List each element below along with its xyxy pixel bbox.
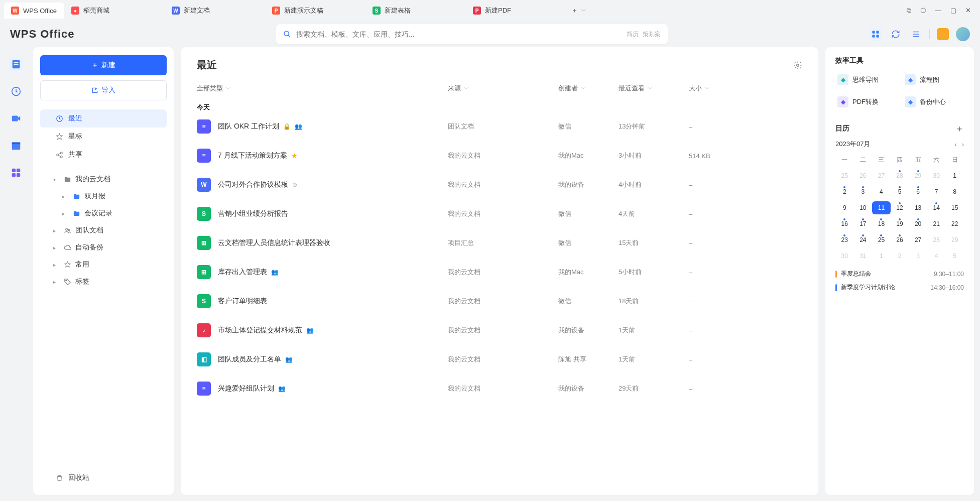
calendar-day[interactable]: 28	[927, 233, 946, 246]
calendar-next-icon[interactable]: ›	[962, 141, 964, 148]
tree-item[interactable]: ▸双月报	[40, 188, 167, 205]
calendar-day[interactable]: 2	[835, 185, 854, 198]
file-row[interactable]: S 营销小组业绩分析报告 我的云文档 微信 4天前 –	[197, 199, 802, 228]
nav-item[interactable]: 星标	[40, 128, 167, 146]
tab[interactable]: WWPS Office	[4, 3, 64, 19]
tree-item[interactable]: ▸团队文档	[40, 222, 167, 239]
calendar-day[interactable]: 27	[872, 169, 891, 182]
search-tag-2[interactable]: 策划案	[643, 30, 661, 39]
calendar-day[interactable]: 4	[927, 249, 946, 263]
rail-docs-icon[interactable]	[9, 57, 23, 71]
file-row[interactable]: ⊞ 库存出入管理表👥 我的云文档 我的Mac 5小时前 –	[197, 258, 802, 287]
calendar-day[interactable]: 10	[854, 201, 873, 214]
trash-item[interactable]: 回收站	[40, 469, 167, 487]
gear-icon[interactable]	[793, 61, 802, 70]
menu-icon[interactable]	[909, 28, 922, 41]
calendar-day[interactable]: 12	[891, 201, 909, 214]
calendar-day[interactable]: 29	[909, 169, 927, 182]
tool-item[interactable]: ◆备份中心	[903, 93, 964, 110]
tree-item[interactable]: ▸常用	[40, 256, 167, 273]
tab[interactable]: P新建PDF	[466, 3, 566, 19]
close-icon[interactable]: ✕	[965, 7, 971, 15]
col-size[interactable]: 大小﹀	[689, 84, 739, 93]
search-input[interactable]	[296, 30, 623, 38]
calendar-day[interactable]: 21	[927, 217, 946, 230]
import-button[interactable]: 导入	[40, 80, 167, 100]
calendar-day[interactable]: 4	[872, 185, 891, 198]
nav-item[interactable]: 共享	[40, 146, 167, 164]
calendar-day[interactable]: 8	[945, 185, 964, 198]
calendar-day[interactable]: 30	[927, 169, 946, 182]
calendar-day[interactable]: 3	[854, 185, 873, 198]
calendar-day[interactable]: 18	[872, 217, 891, 230]
calendar-day[interactable]: 28	[891, 169, 909, 182]
calendar-day[interactable]: 1	[945, 169, 964, 182]
calendar-add-icon[interactable]: ＋	[955, 122, 964, 135]
file-row[interactable]: S 客户订单明细表 我的云文档 微信 18天前 –	[197, 287, 802, 316]
tab[interactable]: ●稻壳商城	[64, 3, 165, 19]
tool-item[interactable]: ◆思维导图	[835, 71, 897, 88]
file-row[interactable]: ♪ 市场主体登记提交材料规范👥 我的云文档 我的设备 1天前 –	[197, 316, 802, 345]
calendar-day[interactable]: 20	[909, 217, 927, 230]
calendar-day[interactable]: 30	[835, 249, 854, 263]
rail-video-icon[interactable]	[9, 111, 23, 126]
calendar-day[interactable]: 26	[854, 169, 873, 182]
tool-item[interactable]: ◆流程图	[903, 71, 964, 88]
layout-icon[interactable]: ⧉	[907, 7, 911, 15]
tree-item[interactable]: ▸会议记录	[40, 205, 167, 222]
calendar-day[interactable]: 25	[872, 233, 891, 246]
calendar-day[interactable]: 23	[835, 233, 854, 246]
plus-icon[interactable]: ＋	[571, 6, 578, 15]
tab[interactable]: P新建演示文稿	[265, 3, 365, 19]
calendar-day[interactable]: 25	[835, 169, 854, 182]
calendar-day[interactable]: 19	[891, 217, 909, 230]
tree-item[interactable]: ▸标签	[40, 273, 167, 290]
calendar-day[interactable]: 2	[891, 249, 909, 263]
chevron-down-icon[interactable]: ﹀	[581, 7, 586, 15]
calendar-day[interactable]: 31	[854, 249, 873, 263]
search-box[interactable]: 简历 策划案	[276, 24, 668, 44]
file-row[interactable]: ≡ 团队 OKR 工作计划🔒👥 团队文档 微信 13分钟前 –	[197, 112, 802, 141]
calendar-day[interactable]: 14	[927, 201, 946, 214]
nav-item[interactable]: 最近	[40, 109, 167, 128]
file-row[interactable]: W 公司对外合作协议模板⊘ 我的云文档 我的设备 4小时前 –	[197, 170, 802, 199]
calendar-day[interactable]: 15	[945, 201, 964, 214]
calendar-day[interactable]: 24	[854, 233, 873, 246]
calendar-day[interactable]: 5	[891, 185, 909, 198]
calendar-day[interactable]: 5	[945, 249, 964, 263]
calendar-prev-icon[interactable]: ‹	[954, 141, 956, 148]
col-type[interactable]: 全部类型﹀	[197, 84, 448, 93]
tab[interactable]: S新建表格	[365, 3, 466, 19]
calendar-day[interactable]: 11	[872, 201, 891, 214]
calendar-day[interactable]: 22	[945, 217, 964, 230]
calendar-day[interactable]: 3	[909, 249, 927, 263]
tool-item[interactable]: ◆PDF转换	[835, 93, 897, 110]
file-row[interactable]: ◧ 团队成员及分工名单👥 我的云文档 陈旭 共享 1天前 –	[197, 345, 802, 374]
calendar-day[interactable]: 26	[891, 233, 909, 246]
file-row[interactable]: ⊞ 云文档管理人员信息统计表理器验收 项目汇总 微信 15天前 –	[197, 228, 802, 258]
rail-calendar-icon[interactable]	[9, 139, 23, 153]
cube-icon[interactable]: ⬡	[920, 7, 926, 15]
tree-item[interactable]: ▾我的云文档	[40, 171, 167, 188]
file-row[interactable]: ≡ 7 月线下活动策划方案★ 我的云文档 我的Mac 3小时前 514 KB	[197, 141, 802, 170]
maximize-icon[interactable]: ▢	[950, 7, 956, 15]
tree-item[interactable]: ▸自动备份	[40, 239, 167, 256]
calendar-day[interactable]: 1	[872, 249, 891, 263]
rail-more-icon[interactable]	[9, 166, 23, 180]
col-creator[interactable]: 创建者﹀	[558, 84, 619, 93]
new-button[interactable]: ＋ 新建	[40, 55, 167, 75]
col-source[interactable]: 来源﹀	[448, 84, 558, 93]
calendar-event[interactable]: 季度总结会9:30–11:00	[835, 270, 964, 278]
calendar-day[interactable]: 17	[854, 217, 873, 230]
user-avatar[interactable]	[956, 27, 970, 41]
calendar-event[interactable]: 新季度学习计划讨论14:30–16:00	[835, 283, 964, 292]
apps-grid-icon[interactable]	[869, 28, 882, 41]
calendar-day[interactable]: 9	[835, 201, 854, 214]
calendar-day[interactable]: 16	[835, 217, 854, 230]
sync-icon[interactable]	[889, 28, 902, 41]
rail-clock-icon[interactable]	[9, 84, 23, 98]
calendar-day[interactable]: 13	[909, 201, 927, 214]
calendar-day[interactable]: 7	[927, 185, 946, 198]
calendar-day[interactable]: 6	[909, 185, 927, 198]
col-time[interactable]: 最近查看﹀	[619, 84, 689, 93]
